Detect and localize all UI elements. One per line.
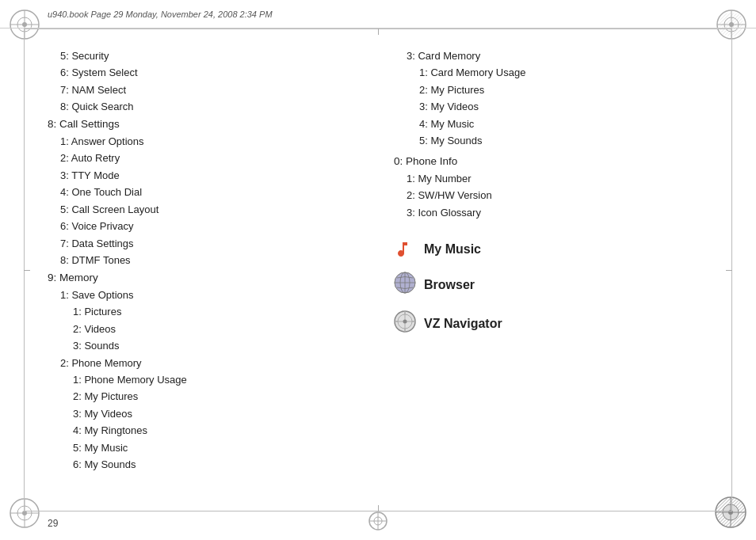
- list-item: 0: Phone Info: [394, 153, 708, 170]
- music-icon: [394, 238, 416, 260]
- list-item: 5: My Sounds: [394, 132, 708, 149]
- list-item: 3: My Videos: [48, 405, 362, 422]
- list-item: 3: Icon Glossary: [394, 204, 708, 221]
- list-item: 1: My Number: [394, 170, 708, 187]
- list-item: 2: Videos: [48, 321, 362, 337]
- list-item: 8: Quick Search: [48, 98, 362, 115]
- svg-point-34: [403, 319, 407, 323]
- list-item: 2: Phone Memory: [48, 355, 362, 371]
- list-item: 6: Voice Privacy: [48, 218, 362, 234]
- list-item: 9: Memory: [48, 269, 362, 287]
- vz-navigator-icon: [394, 310, 416, 337]
- list-item: 1: Answer Options: [48, 133, 362, 150]
- tick-left: [24, 270, 30, 271]
- corner-decoration-bl: [8, 496, 41, 532]
- left-column: 5: Security 6: System Select 7: NAM Sele…: [48, 40, 362, 500]
- vz-navigator-label: VZ Navigator: [424, 314, 502, 334]
- right-column: 3: Card Memory 1: Card Memory Usage 2: M…: [362, 40, 708, 500]
- list-item: 5: My Music: [48, 439, 362, 456]
- browser-icon: [394, 272, 416, 299]
- bottom-crosshair: [367, 510, 389, 534]
- tick-top: [378, 29, 379, 35]
- tick-bottom: [378, 505, 379, 511]
- list-item: 2: Auto Retry: [48, 150, 362, 166]
- list-item: 7: Data Settings: [48, 235, 362, 252]
- corner-decoration-br: [713, 495, 748, 532]
- content-area: 5: Security 6: System Select 7: NAM Sele…: [48, 40, 708, 500]
- list-item: 1: Card Memory Usage: [394, 64, 708, 81]
- page-number: 29: [48, 518, 58, 529]
- tick-right: [726, 270, 732, 271]
- list-item: 5: Security: [48, 48, 362, 64]
- list-item: 3: Card Memory: [394, 48, 708, 64]
- list-item: 1: Save Options: [48, 287, 362, 303]
- page-header: u940.book Page 29 Monday, November 24, 2…: [0, 0, 756, 29]
- list-item: 7: NAM Select: [48, 82, 362, 98]
- my-music-section: My Music: [394, 238, 708, 260]
- list-item: 2: My Pictures: [394, 82, 708, 98]
- list-item: 3: My Videos: [394, 98, 708, 115]
- list-item: 1: Phone Memory Usage: [48, 371, 362, 388]
- list-item: 5: Call Screen Layout: [48, 201, 362, 218]
- vz-navigator-section: VZ Navigator: [394, 310, 708, 337]
- list-item: 2: My Pictures: [48, 388, 362, 405]
- list-item: 8: Call Settings: [48, 116, 362, 133]
- list-item: 4: One Touch Dial: [48, 184, 362, 200]
- list-item: 3: TTY Mode: [48, 167, 362, 184]
- my-music-label: My Music: [424, 239, 481, 260]
- list-item: 1: Pictures: [48, 303, 362, 320]
- browser-section: Browser: [394, 272, 708, 299]
- list-item: 4: My Ringtones: [48, 422, 362, 439]
- list-item: 8: DTMF Tones: [48, 252, 362, 268]
- list-item: 3: Sounds: [48, 337, 362, 354]
- list-item: 2: SW/HW Version: [394, 187, 708, 203]
- list-item: 6: My Sounds: [48, 456, 362, 473]
- list-item: 4: My Music: [394, 116, 708, 132]
- list-item: 6: System Select: [48, 64, 362, 81]
- browser-label: Browser: [424, 275, 475, 295]
- header-text: u940.book Page 29 Monday, November 24, 2…: [48, 10, 273, 19]
